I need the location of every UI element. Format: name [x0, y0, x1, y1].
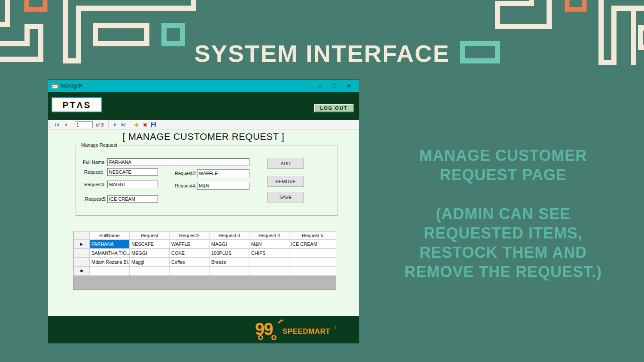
full-name-input[interactable]: [107, 158, 249, 166]
grid-cell[interactable]: FARHANA: [90, 240, 130, 249]
table-row: ▶ FARHANA NESCAFE WAFFLE MAGGI M&N ICE C…: [74, 240, 336, 249]
registered-mark: ®: [334, 326, 337, 330]
grid-cell[interactable]: MEGGI: [130, 249, 170, 258]
grid-cell[interactable]: M&N: [249, 240, 289, 249]
caption-body-line: (ADMIN CAN SEE: [392, 204, 615, 223]
add-button[interactable]: ADD: [267, 158, 304, 169]
grid-cell[interactable]: Coffee: [170, 258, 210, 267]
app-window: ManageR – □ ✕ PTΛS LOG OUT of 3 ✚ ✖ [ MA…: [48, 80, 359, 343]
caption-body-line: RESTOCK THEM AND: [392, 243, 615, 262]
caption-body-line: REQUESTED ITEMS,: [392, 223, 615, 243]
grid-header-row: FullName Request Request2 Request 3 Requ…: [74, 232, 336, 240]
caption-body: (ADMIN CAN SEE REQUESTED ITEMS, RESTOCK …: [392, 204, 615, 281]
caption-body-line: REMOVE THE REQUEST.): [392, 262, 615, 281]
orange-square-decor-left: [27, 0, 45, 9]
save-button[interactable]: SAVE: [267, 192, 304, 202]
record-navigator-toolbar: of 3 ✚ ✖: [48, 120, 359, 130]
slide: { "slide": { "title": "SYSTEM INTERFACE"…: [0, 0, 644, 362]
column-header[interactable]: Request 5: [289, 232, 336, 240]
grid-cell[interactable]: 100PLUS: [210, 249, 249, 258]
window-title: ManageR: [61, 83, 313, 89]
record-count-label: of 3: [96, 122, 103, 127]
grid-cell[interactable]: [249, 267, 289, 276]
caption-heading-line: REQUEST PAGE: [392, 165, 615, 184]
record-position-input[interactable]: [75, 121, 93, 128]
grid-cell[interactable]: [90, 267, 130, 276]
grid-cell[interactable]: [249, 258, 289, 267]
grid-cell[interactable]: NESCAFE: [130, 240, 170, 249]
request-label: Request:: [84, 169, 103, 175]
grid-cell[interactable]: SAMANTHA TIO...: [90, 249, 130, 258]
row-selector[interactable]: [74, 258, 90, 267]
save-data-icon[interactable]: [151, 122, 156, 127]
row-selector[interactable]: [74, 249, 90, 258]
add-new-icon[interactable]: ✚: [133, 122, 140, 128]
brand-logo: PTΛS: [52, 97, 102, 112]
grid-cell[interactable]: Mdam Rozana Bi...: [90, 258, 130, 267]
toolbar-separator: [130, 121, 130, 128]
row-selector-header: [74, 232, 90, 240]
cart-handle-icon: [278, 320, 282, 323]
table-row: SAMANTHA TIO... MEGGI COKE 100PLUS CHIPS: [74, 249, 336, 258]
request-input[interactable]: [107, 168, 158, 176]
request5-label: Request5:: [85, 196, 106, 202]
app-footer: 99 SPEEDMART ®: [48, 316, 359, 343]
request3-label: Request3:: [84, 182, 106, 187]
grid-cell[interactable]: Breeze: [210, 258, 249, 267]
full-name-label: Full Name:: [83, 160, 106, 165]
request4-input[interactable]: [197, 182, 249, 190]
request4-label: Request4:: [175, 183, 196, 188]
app-header: PTΛS LOG OUT: [48, 92, 359, 120]
page-title: SYSTEM INTERFACE: [163, 39, 481, 67]
request2-label: Request2:: [175, 171, 196, 176]
toolbar-separator: [72, 121, 72, 128]
request2-input[interactable]: [197, 169, 249, 177]
request3-input[interactable]: [107, 181, 158, 188]
request5-input[interactable]: [107, 195, 158, 203]
move-previous-icon[interactable]: [62, 121, 69, 129]
cart-handle-tip: [281, 320, 283, 321]
grid-cell[interactable]: COKE: [170, 249, 210, 258]
toolbar-separator: [108, 121, 109, 128]
orange-square-decor-right: [567, 0, 584, 9]
grid-cell[interactable]: [289, 258, 336, 267]
maximize-icon[interactable]: □: [327, 83, 342, 89]
table-row: Mdam Rozana Bi... Maggi Coffee Breeze: [74, 258, 336, 267]
grid-cell[interactable]: CHIPS: [249, 249, 289, 258]
column-header[interactable]: Request 4: [249, 232, 289, 240]
grid-cell[interactable]: [289, 249, 336, 258]
grid-cell[interactable]: Maggi: [130, 258, 170, 267]
row-selector-arrow[interactable]: ▶: [74, 240, 90, 249]
grid-cell[interactable]: MAGGI: [210, 240, 249, 249]
move-first-icon[interactable]: [53, 121, 61, 129]
speedmart-logo: 99 SPEEDMART ®: [255, 320, 339, 340]
delete-icon[interactable]: ✖: [141, 122, 149, 128]
column-header[interactable]: Request: [130, 232, 170, 240]
new-row-asterisk[interactable]: ✱: [74, 267, 90, 276]
cart-wheel-icon: [272, 336, 276, 340]
close-icon[interactable]: ✕: [342, 83, 356, 89]
grid-cell[interactable]: ICE CREAM: [289, 240, 336, 249]
grid-cell[interactable]: [170, 267, 210, 276]
caption-heading: MANAGE CUSTOMER REQUEST PAGE: [392, 146, 615, 184]
maze-decoration-right: [459, 0, 644, 73]
move-last-icon[interactable]: [120, 121, 127, 129]
grid-cell[interactable]: WAFFLE: [170, 240, 210, 249]
table-row-new: ✱: [74, 267, 336, 276]
remove-button[interactable]: REMOVE: [267, 176, 304, 187]
grid-cell[interactable]: [210, 267, 249, 276]
column-header[interactable]: FullName: [90, 232, 130, 240]
grid-cell[interactable]: [289, 267, 336, 276]
logout-button[interactable]: LOG OUT: [314, 104, 354, 112]
column-header[interactable]: Request2: [170, 232, 210, 240]
caption-block: MANAGE CUSTOMER REQUEST PAGE (ADMIN CAN …: [392, 146, 615, 281]
requests-datagrid: FullName Request Request2 Request 3 Requ…: [73, 231, 336, 290]
minimize-icon[interactable]: –: [313, 83, 327, 89]
column-header[interactable]: Request 3: [210, 232, 249, 240]
groupbox-label: Manage Request: [79, 142, 119, 148]
form-heading: [ MANAGE CUSTOMER REQUEST ]: [48, 130, 359, 142]
form-icon: [52, 83, 58, 89]
window-titlebar: ManageR – □ ✕: [48, 80, 359, 92]
grid-cell[interactable]: [130, 267, 170, 276]
move-next-icon[interactable]: [111, 121, 118, 129]
